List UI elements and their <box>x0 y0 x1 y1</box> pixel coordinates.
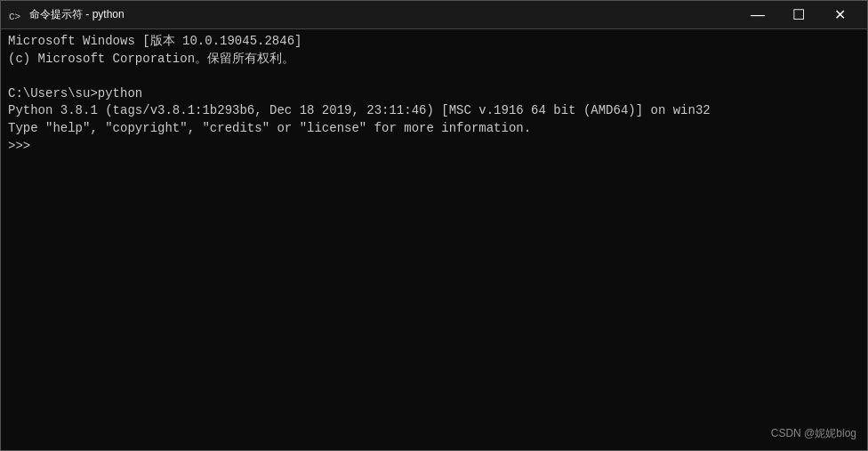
terminal-body[interactable]: Microsoft Windows [版本 10.0.19045.2846] (… <box>1 29 867 450</box>
minimize-button[interactable]: — <box>737 1 778 29</box>
watermark: CSDN @妮妮blog <box>771 426 856 441</box>
svg-text:C>: C> <box>9 12 20 22</box>
close-button[interactable]: ✕ <box>819 1 860 29</box>
title-bar: C> 命令提示符 - python — ☐ ✕ <box>1 1 867 29</box>
cmd-icon: C> <box>8 8 22 22</box>
cmd-window: C> 命令提示符 - python — ☐ ✕ Microsoft Window… <box>0 0 868 451</box>
terminal-output: Microsoft Windows [版本 10.0.19045.2846] (… <box>8 33 860 155</box>
title-bar-left: C> 命令提示符 - python <box>8 7 125 22</box>
maximize-button[interactable]: ☐ <box>778 1 819 29</box>
title-bar-controls: — ☐ ✕ <box>737 1 860 29</box>
window-title: 命令提示符 - python <box>29 7 125 22</box>
